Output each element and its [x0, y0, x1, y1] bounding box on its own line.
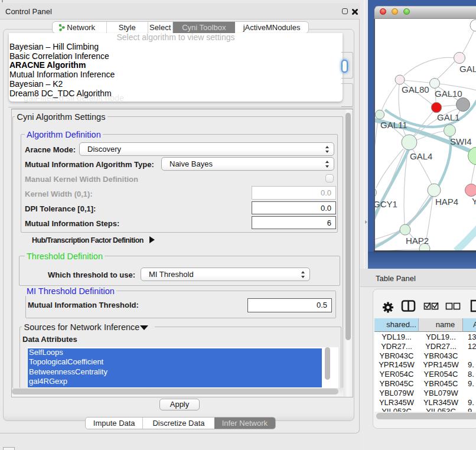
- svg-text:GAL4: GAL4: [410, 151, 432, 161]
- svg-text:HAP4: HAP4: [435, 197, 458, 207]
- svg-text:GAL80: GAL80: [402, 84, 429, 94]
- svg-text:GAL10: GAL10: [435, 89, 462, 99]
- svg-text:GCY1: GCY1: [374, 199, 397, 209]
- svg-text:SWI4: SWI4: [450, 136, 472, 146]
- svg-text:GAL1: GAL1: [437, 112, 459, 122]
- svg-text:HAP2: HAP2: [406, 236, 429, 246]
- svg-text:GAL7: GAL7: [459, 64, 476, 74]
- svg-text:YJ: YJ: [472, 196, 476, 206]
- svg-text:GAL11: GAL11: [380, 120, 407, 130]
